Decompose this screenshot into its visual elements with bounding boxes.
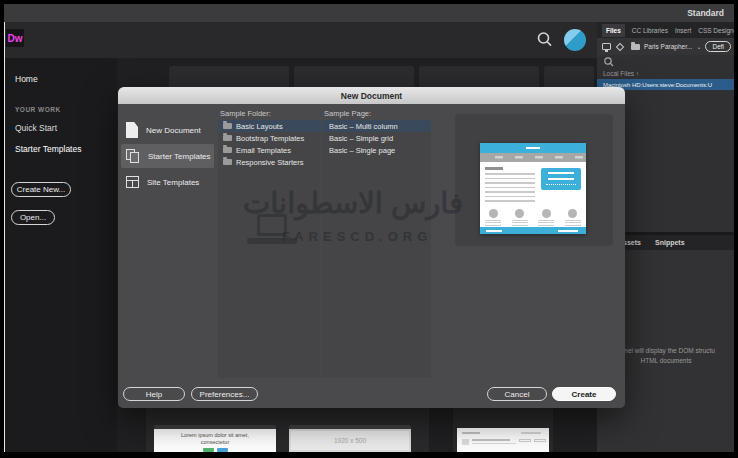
folder-icon — [223, 159, 232, 165]
deco-block — [462, 439, 469, 445]
tab-insert[interactable]: Insert — [675, 27, 691, 34]
thumbnail-text-line1: Lorem ipsum dolor sit amet, — [181, 432, 249, 438]
chevron-down-icon[interactable]: ⌄ — [696, 43, 701, 50]
sidebar-item-quick-start[interactable]: Quick Start — [15, 123, 57, 133]
files-search-row — [597, 55, 734, 68]
category-new-document[interactable]: New Document — [121, 118, 214, 142]
dialog-body: New Document Starter Templates Site Temp… — [118, 104, 625, 408]
local-files-label[interactable]: Local Files ↑ — [603, 70, 639, 77]
preview-text-lines — [485, 173, 535, 203]
category-starter-templates[interactable]: Starter Templates — [121, 144, 214, 168]
sample-folder-label: Sample Folder: — [220, 109, 271, 118]
template-thumbnail-banner[interactable]: 1920 x 500 — [289, 425, 411, 452]
preferences-button[interactable]: Preferences... — [191, 387, 258, 401]
thumbnail-buttons — [154, 448, 276, 452]
template-card[interactable] — [419, 66, 539, 88]
folder-icon — [223, 147, 232, 153]
category-label: Site Templates — [147, 178, 199, 187]
thumbnail-body: Lorem ipsum dolor sit amet, consectetur — [154, 429, 276, 452]
template-card[interactable] — [294, 66, 414, 88]
sample-folder-item[interactable]: Responsive Starters — [218, 156, 321, 168]
sample-folder-item-label: Email Templates — [236, 146, 291, 155]
new-document-dialog: New Document New Document Starter Templa… — [118, 87, 625, 408]
git-icon[interactable] — [616, 42, 624, 50]
category-site-templates[interactable]: Site Templates — [121, 170, 214, 194]
deco-line — [521, 432, 541, 434]
dialog-title: New Document — [341, 91, 402, 101]
dom-message-line2: HTML documents — [640, 357, 691, 364]
thumbnail-green-button — [203, 448, 214, 452]
workspace-mode-label[interactable]: Standard — [687, 8, 724, 18]
panel-tab-bar: Files CC Libraries Insert CSS Designer — [597, 22, 734, 38]
sample-folder-item-label: Basic Layouts — [236, 122, 283, 131]
template-thumbnail-email[interactable] — [457, 428, 549, 452]
dreamweaver-logo-text: Dw — [8, 33, 23, 44]
workspace-mode-bar: Standard — [4, 4, 734, 22]
site-dropdown[interactable]: Paris Parapher... — [644, 43, 692, 50]
category-label: New Document — [146, 126, 201, 135]
help-button[interactable]: Help — [123, 387, 185, 401]
files-search-icon[interactable] — [603, 56, 615, 68]
folder-icon — [223, 135, 232, 141]
sidebar-section-your-work: YOUR WORK — [15, 106, 61, 113]
screenshot-root: Standard Dw Home YOUR WORK Quick Start S… — [0, 0, 738, 458]
sample-page-item-label: Basic – Simple grid — [329, 134, 393, 143]
starter-templates-icon — [126, 149, 140, 164]
dom-message-line1: panel will display the DOM structu — [617, 347, 715, 354]
sample-folder-item[interactable]: Bootstrap Templates — [218, 132, 321, 144]
preview-feature — [485, 209, 501, 226]
tab-snippets[interactable]: Snippets — [655, 239, 685, 246]
folder-icon — [223, 123, 232, 129]
create-new-button[interactable]: Create New... — [11, 182, 71, 197]
template-preview-panel — [455, 114, 613, 246]
document-icon — [126, 122, 138, 138]
category-label: Starter Templates — [148, 152, 211, 161]
deco-pill — [519, 439, 531, 442]
tab-cc-libraries[interactable]: CC Libraries — [632, 27, 668, 34]
sample-page-item[interactable]: Basic – Multi column — [322, 120, 431, 132]
sample-page-item-label: Basic – Multi column — [329, 122, 398, 131]
open-button[interactable]: Open... — [11, 210, 55, 225]
preview-content — [480, 162, 586, 209]
sample-page-item-label: Basic – Single page — [329, 146, 395, 155]
sample-folder-item[interactable]: Basic Layouts — [218, 120, 321, 132]
site-templates-icon — [126, 176, 139, 188]
banner-size-text: 1920 x 500 — [334, 437, 366, 444]
preview-heading-line — [485, 167, 503, 170]
sample-page-item[interactable]: Basic – Single page — [322, 144, 431, 156]
dreamweaver-logo[interactable]: Dw — [6, 29, 24, 47]
preview-cta-box — [541, 168, 581, 190]
sample-page-list: Basic – Multi column Basic – Simple grid… — [322, 120, 431, 378]
template-card[interactable] — [544, 66, 594, 88]
define-button[interactable]: Defi — [705, 41, 731, 52]
dialog-button-row: Help Preferences... Cancel Create — [118, 387, 625, 401]
deco-line — [462, 432, 480, 434]
preview-feature — [538, 209, 554, 226]
template-preview-thumbnail — [480, 143, 586, 234]
app-header: Dw — [5, 22, 597, 58]
connect-server-icon[interactable] — [602, 43, 611, 50]
thumbnail-body: 1920 x 500 — [289, 429, 411, 452]
search-icon[interactable] — [535, 30, 555, 50]
sample-folder-item[interactable]: Email Templates — [218, 144, 321, 156]
template-card[interactable] — [169, 66, 289, 88]
create-button[interactable]: Create — [552, 387, 616, 401]
sample-page-label: Sample Page: — [324, 109, 371, 118]
cancel-button[interactable]: Cancel — [487, 387, 547, 401]
dialog-title-bar[interactable]: New Document — [118, 87, 625, 104]
sample-folder-list: Basic Layouts Bootstrap Templates Email … — [218, 120, 321, 378]
user-avatar[interactable] — [564, 29, 586, 51]
thumbnail-text: Lorem ipsum dolor sit amet, consectetur — [154, 429, 276, 446]
site-folder-icon — [631, 44, 640, 50]
sidebar-item-starter-templates[interactable]: Starter Templates — [15, 144, 81, 154]
sample-folder-item-label: Bootstrap Templates — [236, 134, 304, 143]
thumbnail-blue-button — [217, 448, 228, 452]
template-thumbnail-lorem[interactable]: Lorem ipsum dolor sit amet, consectetur — [154, 425, 276, 452]
deco-line — [472, 439, 510, 441]
sample-page-item[interactable]: Basic – Simple grid — [322, 132, 431, 144]
deco-line — [472, 443, 516, 444]
deco-pill — [534, 439, 546, 442]
tab-css-designer[interactable]: CSS Designer — [698, 27, 734, 34]
tab-files[interactable]: Files — [602, 24, 625, 37]
sidebar-item-home[interactable]: Home — [15, 74, 38, 84]
